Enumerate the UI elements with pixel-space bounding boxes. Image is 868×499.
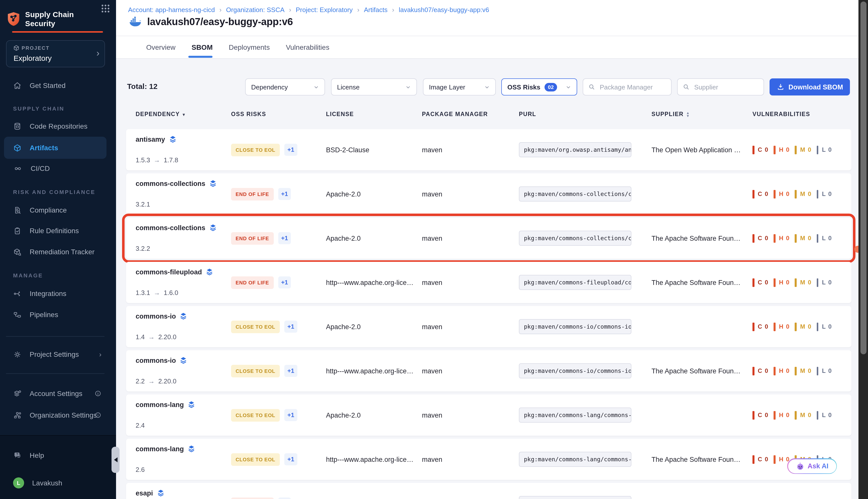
table-row[interactable]: commons-io 1.4→2.20.0 CLOSE TO EOL +1 Ap…: [126, 306, 852, 347]
sidebar-item-project-settings[interactable]: Project Settings ›: [4, 344, 107, 364]
table-row[interactable]: commons-collections 3.2.1→ END OF LIFE +…: [126, 173, 852, 215]
sidebar-item-account-settings[interactable]: Account Settings: [4, 384, 107, 403]
license-cell: Apache-2.0: [326, 218, 417, 259]
breadcrumb-separator-icon: ›: [289, 6, 292, 14]
cube-wrench-icon: [13, 247, 22, 256]
version-to: 2.20.0: [158, 377, 176, 385]
package-manager-cell: maven: [422, 262, 482, 303]
sidebar-section-supply-chain: SUPPLY CHAIN: [13, 106, 64, 112]
column-license[interactable]: LICENSE: [326, 111, 354, 117]
code-repo-icon: [13, 122, 22, 130]
tab-overview[interactable]: Overview: [145, 41, 176, 53]
table-row[interactable]: esapi → END OF LIFE +1 BSD-3-Clause mave…: [126, 483, 852, 499]
oss-risk-more[interactable]: +1: [278, 232, 291, 244]
scrollbar-thumb[interactable]: [860, 1, 866, 354]
column-purl[interactable]: PURL: [519, 111, 536, 117]
oss-risk-more[interactable]: +1: [284, 453, 297, 465]
package-manager-search[interactable]: [583, 78, 672, 96]
dependency-name: commons-lang: [136, 445, 184, 452]
ask-ai-button[interactable]: Ask AI: [787, 458, 837, 474]
license-filter-dropdown[interactable]: License: [331, 78, 417, 96]
table-row[interactable]: commons-fileupload 1.3.1→1.6.0 END OF LI…: [126, 262, 852, 303]
table-row[interactable]: antisamy 1.5.3→1.7.8 CLOSE TO EOL +1 BSD…: [126, 129, 852, 170]
license-cell: http---www.apache.org-lice…: [326, 262, 417, 303]
oss-risk-more[interactable]: +1: [284, 365, 297, 377]
table-row[interactable]: commons-lang 2.4→ CLOSE TO EOL +1 Apache…: [126, 394, 852, 436]
sidebar-collapse-handle[interactable]: [112, 447, 120, 473]
vuln-high: H 0: [773, 145, 790, 154]
total-count: Total: 12: [127, 82, 158, 90]
supplier-input[interactable]: [693, 83, 756, 91]
info-icon[interactable]: [95, 412, 101, 418]
gear-icon: [13, 350, 22, 358]
purl-cell[interactable]: pkg:maven/commons-io/commons-io@…: [519, 350, 642, 391]
supplier-search[interactable]: [677, 78, 764, 96]
scrollbar-track[interactable]: [858, 0, 868, 499]
sidebar-user-menu[interactable]: L Lavakush: [4, 473, 107, 493]
sidebar-item-remediation-tracker[interactable]: Remediation Tracker: [4, 242, 107, 262]
breadcrumb-organization[interactable]: Organization: SSCA: [226, 6, 285, 14]
purl-cell[interactable]: pkg:maven/commons-io/commons-io@…: [519, 306, 642, 347]
breadcrumb-current[interactable]: lavakush07/easy-buggy-app:v6: [399, 6, 489, 14]
oss-risks-cell: CLOSE TO EOL +1: [231, 350, 322, 391]
oss-risk-more[interactable]: +1: [278, 188, 291, 200]
tab-sbom[interactable]: SBOM: [191, 41, 214, 53]
version-from: 1.4: [136, 333, 145, 341]
search-icon: [588, 83, 595, 90]
oss-risk-more[interactable]: +1: [278, 276, 291, 289]
oss-risk-more[interactable]: +1: [284, 320, 297, 333]
breadcrumb: Account: app-harness-ng-cicd › Organizat…: [128, 6, 489, 14]
module-grid-icon[interactable]: [101, 4, 110, 13]
oss-risks-filter-dropdown[interactable]: OSS Risks 02: [501, 78, 577, 96]
purl-cell[interactable]: pkg:maven/commons-fileupload/com…: [519, 262, 642, 303]
info-icon[interactable]: [95, 390, 101, 397]
tab-vulnerabilities[interactable]: Vulnerabilities: [285, 41, 330, 53]
sidebar-item-cicd[interactable]: CI/CD: [4, 158, 107, 179]
sidebar-item-help[interactable]: ? Help: [4, 445, 107, 465]
purl-cell[interactable]: pkg:maven/commons-collections/co…: [519, 173, 642, 215]
sidebar-item-rule-definitions[interactable]: Rule Definitions: [4, 221, 107, 241]
purl-cell[interactable]: pkg:maven/commons-lang/commons-l…: [519, 394, 642, 436]
project-selector[interactable]: PROJECT Exploratory ›: [6, 40, 105, 67]
oss-risk-more[interactable]: +1: [284, 144, 297, 156]
purl-cell[interactable]: pkg:maven/commons-lang/commons-l…: [519, 439, 642, 480]
vuln-medium: M 0: [795, 145, 812, 154]
table-row[interactable]: commons-io 2.2→2.20.0 CLOSE TO EOL +1 ht…: [126, 350, 852, 391]
breadcrumb-account[interactable]: Account: app-harness-ng-cicd: [128, 6, 215, 14]
tab-deployments[interactable]: Deployments: [228, 41, 271, 53]
image-layer-filter-dropdown[interactable]: Image Layer: [423, 78, 496, 96]
oss-risks-cell: END OF LIFE +1: [231, 262, 322, 303]
sidebar-item-code-repositories[interactable]: Code Repositories: [4, 116, 107, 136]
oss-risk-more[interactable]: +1: [278, 498, 291, 499]
breadcrumb-project[interactable]: Project: Exploratory: [296, 6, 352, 14]
purl-cell[interactable]: pkg:maven/org.owasp.esapi/esa…: [519, 483, 642, 499]
chevron-down-icon: [484, 84, 490, 90]
sidebar-item-get-started[interactable]: Get Started: [4, 75, 107, 96]
column-supplier[interactable]: SUPPLIER▲▼: [652, 111, 690, 118]
purl-cell[interactable]: pkg:maven/commons-collections/co…: [519, 218, 642, 259]
table-row[interactable]: commons-lang 2.6→ CLOSE TO EOL +1 http--…: [126, 439, 852, 480]
sidebar-item-pipelines[interactable]: Pipelines: [4, 305, 107, 325]
breadcrumb-separator-icon: ›: [392, 6, 394, 14]
oss-risk-more[interactable]: +1: [284, 409, 297, 421]
sidebar-item-integrations[interactable]: Integrations: [4, 283, 107, 304]
layers-icon: [179, 356, 188, 364]
dependency-filter-dropdown[interactable]: Dependency: [245, 78, 325, 96]
header-divider: [116, 36, 858, 36]
download-sbom-button[interactable]: Download SBOM: [770, 78, 850, 96]
package-manager-input[interactable]: [599, 83, 661, 91]
vulnerabilities-cell: C 0 H 0 M 0 L 0: [753, 218, 852, 259]
sidebar-item-artifacts[interactable]: Artifacts: [4, 137, 107, 159]
breadcrumb-artifacts[interactable]: Artifacts: [364, 6, 387, 14]
sidebar-item-organization-settings[interactable]: Organization Settings: [4, 405, 107, 425]
column-oss-risks[interactable]: OSS RISKS: [231, 111, 266, 117]
table-row-highlighted[interactable]: commons-collections 3.2.2→ END OF LIFE +…: [126, 218, 852, 259]
column-package-manager[interactable]: PACKAGE MANAGER: [422, 111, 488, 117]
purl-cell[interactable]: pkg:maven/org.owasp.antisamy/ant…: [519, 129, 642, 170]
oss-risk-badge: CLOSE TO EOL: [231, 144, 280, 156]
column-vulnerabilities[interactable]: VULNERABILITIES: [753, 111, 810, 117]
purl-value: pkg:maven/commons-collections/co…: [519, 186, 631, 202]
sidebar-item-compliance[interactable]: Compliance: [4, 200, 107, 220]
filter-count-badge: 02: [545, 83, 557, 91]
column-dependency[interactable]: DEPENDENCY▼: [136, 111, 186, 117]
